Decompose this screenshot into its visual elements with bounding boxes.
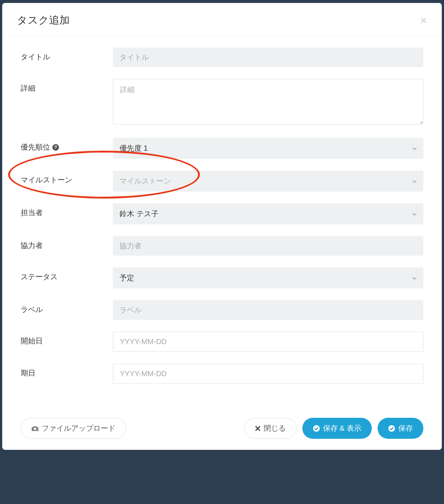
svg-point-2	[388, 425, 395, 432]
field-row-priority: 優先順位 ? 優先度 1	[21, 138, 423, 159]
title-input[interactable]	[113, 48, 423, 67]
start-date-label: 開始日	[21, 332, 113, 346]
field-row-detail: 詳細	[21, 79, 423, 126]
close-button[interactable]: 閉じる	[244, 418, 296, 439]
field-row-collaborator: 協力者	[21, 236, 423, 256]
modal-title: タスク追加	[17, 13, 70, 27]
svg-point-0	[34, 428, 36, 430]
field-row-start-date: 開始日	[21, 332, 423, 352]
label-input[interactable]	[113, 300, 423, 320]
check-circle-icon	[313, 425, 320, 432]
close-icon[interactable]: ×	[420, 14, 427, 26]
milestone-select[interactable]: マイルストーン	[113, 171, 423, 192]
save-button[interactable]: 保存	[378, 418, 423, 439]
status-label: ステータス	[21, 267, 113, 282]
assignee-select[interactable]: 鈴木 テス子	[113, 203, 423, 224]
milestone-label: マイルストーン	[21, 171, 113, 185]
modal-footer: ファイルアップロード 閉じる 保存 & 表示	[2, 410, 442, 450]
field-row-milestone: マイルストーン マイルストーン	[21, 171, 423, 192]
field-row-assignee: 担当者 鈴木 テス子	[21, 203, 423, 224]
check-circle-icon	[388, 425, 395, 432]
field-row-status: ステータス 予定	[21, 267, 423, 288]
assignee-label: 担当者	[21, 203, 113, 218]
due-date-label: 期日	[21, 364, 113, 378]
modal-body: タイトル 詳細 優先順位 ? 優先度 1	[2, 36, 442, 410]
field-row-label: ラベル	[21, 300, 423, 320]
save-and-show-button[interactable]: 保存 & 表示	[302, 418, 372, 439]
detail-label: 詳細	[21, 79, 113, 93]
x-icon	[255, 426, 261, 431]
status-select[interactable]: 予定	[113, 267, 423, 288]
camera-icon	[31, 426, 39, 431]
field-row-due-date: 期日	[21, 364, 423, 384]
collaborator-label: 協力者	[21, 236, 113, 251]
svg-point-1	[313, 425, 320, 432]
collaborator-input[interactable]	[113, 236, 423, 256]
modal-header: タスク追加 ×	[2, 3, 442, 36]
footer-actions: 閉じる 保存 & 表示	[244, 418, 423, 439]
add-task-modal: タスク追加 × タイトル 詳細 優先順位 ? 優先度 1	[2, 3, 442, 450]
label-label: ラベル	[21, 300, 113, 315]
priority-label: 優先順位 ?	[21, 138, 113, 152]
detail-textarea[interactable]	[113, 79, 423, 125]
help-icon[interactable]: ?	[52, 144, 59, 151]
due-date-input[interactable]	[113, 364, 423, 384]
file-upload-button[interactable]: ファイルアップロード	[21, 418, 126, 439]
start-date-input[interactable]	[113, 332, 423, 352]
field-row-title: タイトル	[21, 48, 423, 67]
priority-select[interactable]: 優先度 1	[113, 138, 423, 159]
title-label: タイトル	[21, 48, 113, 62]
